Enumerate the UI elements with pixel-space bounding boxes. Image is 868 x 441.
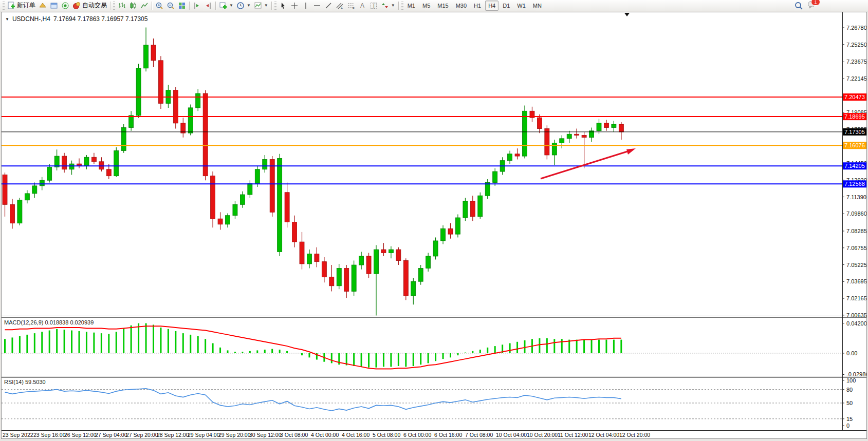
time-axis-label: 6 Oct 16:00 [434, 432, 462, 438]
toolbar-grip[interactable] [3, 2, 5, 10]
time-axis-label: 3 Oct 08:00 [280, 432, 308, 438]
toolbar-grip[interactable] [401, 2, 403, 10]
candle-body [545, 129, 549, 155]
candle-body [233, 204, 237, 215]
candle-body [352, 265, 356, 291]
timeframe-m15[interactable]: M15 [434, 1, 451, 11]
candle-body [40, 180, 44, 186]
candle-body [62, 156, 67, 169]
arrows-tool-button[interactable]: ▼ [379, 1, 397, 10]
autotrade-icon [72, 2, 81, 10]
indicators-button[interactable]: ▼ [252, 1, 270, 10]
price-tag-label: 7.12568 [844, 181, 865, 187]
toolbar-separator [271, 2, 272, 10]
chart-title: ▼ USDCNH-,H4 7.17694 7.17863 7.16957 7.1… [5, 15, 147, 23]
auto-scroll-icon [204, 2, 212, 10]
candle-body [485, 182, 490, 196]
candle-body [523, 111, 527, 156]
text-label-tool-button[interactable]: T [368, 1, 379, 10]
line-chart-button[interactable] [139, 1, 150, 10]
autotrade-button[interactable]: 自动交易 [71, 1, 108, 10]
zoom-out-button[interactable] [165, 1, 176, 10]
signals-button[interactable] [60, 1, 71, 10]
time-axis-label: 12 Oct 20:00 [619, 432, 650, 438]
chevron-down-icon[interactable]: ▼ [5, 17, 9, 22]
candle-body [597, 123, 601, 131]
time-axis-label: 26 Sep 12:00 [64, 432, 96, 438]
candle-body [211, 176, 215, 219]
timeframe-m5[interactable]: M5 [419, 1, 433, 11]
time-axis[interactable]: 23 Sep 202223 Sep 16:0026 Sep 12:0027 Se… [2, 431, 866, 438]
zoom-in-button[interactable] [154, 1, 165, 10]
tile-windows-button[interactable] [176, 1, 188, 10]
candle-body [322, 262, 326, 277]
candle-body [203, 93, 208, 176]
macd-signal-line [5, 326, 621, 369]
bar-chart-icon [118, 2, 126, 10]
price-tick-label: 7.05225 [846, 262, 866, 268]
text-tool-button[interactable]: A [357, 1, 368, 10]
toolbar-grip[interactable] [274, 2, 276, 10]
crosshair-tool-button[interactable] [289, 1, 300, 10]
fibonacci-tool-button[interactable]: F [345, 1, 357, 10]
candle-body [181, 123, 186, 133]
time-axis-label: 12 Oct 04:00 [588, 432, 619, 438]
auto-scroll-button[interactable] [202, 1, 214, 10]
svg-text:E: E [341, 6, 343, 9]
candlestick-chart-button[interactable] [127, 1, 139, 10]
timeframe-h1[interactable]: H1 [471, 1, 484, 11]
candle-body [3, 175, 7, 205]
cursor-tool-button[interactable] [278, 1, 289, 10]
new-chart-button[interactable]: ▼ [217, 1, 235, 10]
chart-ohlc-values: 7.17694 7.17863 7.16957 7.17305 [53, 15, 148, 23]
notifications-button[interactable]: 1 [807, 1, 817, 11]
timeframe-m30[interactable]: M30 [453, 1, 470, 11]
price-tick-label: 7.22145 [846, 75, 866, 82]
bar-chart-button[interactable] [116, 1, 127, 10]
chart-shift-marker[interactable] [624, 13, 630, 16]
chart-plot-area[interactable]: 7.267807.252507.236757.221457.190857.175… [2, 12, 866, 438]
timeframe-d1[interactable]: D1 [500, 1, 513, 11]
candle-body [567, 134, 571, 139]
search-icon[interactable] [795, 2, 803, 10]
candle-body [91, 157, 96, 162]
chart-shift-button[interactable] [191, 1, 202, 10]
candle-body [173, 90, 178, 123]
candle-body [144, 45, 149, 68]
candle-body [10, 204, 14, 223]
toolbar-grip[interactable] [113, 2, 115, 10]
trend-arrow-head [626, 148, 636, 155]
signals-icon [61, 2, 69, 10]
chevron-down-icon: ▼ [391, 3, 395, 8]
fibonacci-icon: F [347, 2, 355, 10]
timeframe-h4[interactable]: H4 [485, 1, 498, 11]
vertical-line-tool-button[interactable] [300, 1, 311, 10]
charts-profile-button[interactable] [37, 1, 48, 10]
market-watch-button[interactable] [48, 1, 60, 10]
timeframe-mn[interactable]: MN [530, 1, 545, 11]
time-axis-label: 23 Sep 2022 [3, 432, 33, 438]
period-clock-button[interactable]: ▼ [235, 1, 252, 10]
candle-body [455, 218, 460, 234]
timeframe-w1[interactable]: W1 [514, 1, 529, 11]
time-axis-label: 27 Sep 04:00 [95, 432, 127, 438]
time-axis-label: 28 Sep 12:00 [157, 432, 189, 438]
candle-body [114, 150, 119, 176]
equidistant-channel-tool-button[interactable]: E [334, 1, 345, 10]
candle-body [359, 256, 364, 265]
equidistant-channel-icon: E [336, 2, 344, 10]
time-axis-label: 10 Oct 20:00 [527, 432, 558, 438]
price-tick-label: 7.06755 [846, 245, 866, 251]
timeframe-m1[interactable]: M1 [404, 1, 418, 11]
new-order-button[interactable]: 新订单 [6, 1, 37, 10]
candle-body [374, 250, 379, 274]
price-tick-label: 7.02165 [846, 295, 866, 301]
trendline-tool-button[interactable] [323, 1, 334, 10]
rsi-axis-label: 100 [846, 377, 856, 384]
toolbar-separator [398, 2, 399, 10]
crosshair-icon [290, 2, 299, 10]
candle-body [508, 154, 512, 161]
horizontal-line-tool-button[interactable] [311, 1, 323, 10]
arrows-icon [381, 2, 389, 10]
candle-body [188, 108, 193, 133]
